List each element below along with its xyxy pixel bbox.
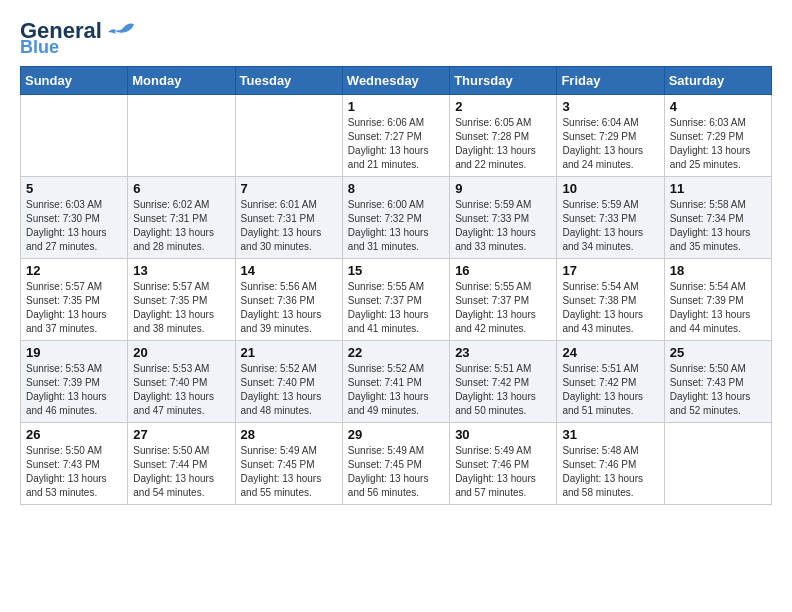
calendar-cell: 21Sunrise: 5:52 AM Sunset: 7:40 PM Dayli… — [235, 341, 342, 423]
day-info: Sunrise: 6:04 AM Sunset: 7:29 PM Dayligh… — [562, 116, 658, 172]
day-info: Sunrise: 5:50 AM Sunset: 7:44 PM Dayligh… — [133, 444, 229, 500]
day-number: 23 — [455, 345, 551, 360]
calendar-cell: 16Sunrise: 5:55 AM Sunset: 7:37 PM Dayli… — [450, 259, 557, 341]
day-info: Sunrise: 5:49 AM Sunset: 7:45 PM Dayligh… — [241, 444, 337, 500]
day-info: Sunrise: 5:59 AM Sunset: 7:33 PM Dayligh… — [562, 198, 658, 254]
calendar-cell: 6Sunrise: 6:02 AM Sunset: 7:31 PM Daylig… — [128, 177, 235, 259]
calendar-week-row: 5Sunrise: 6:03 AM Sunset: 7:30 PM Daylig… — [21, 177, 772, 259]
day-info: Sunrise: 5:57 AM Sunset: 7:35 PM Dayligh… — [26, 280, 122, 336]
calendar-week-row: 1Sunrise: 6:06 AM Sunset: 7:27 PM Daylig… — [21, 95, 772, 177]
day-number: 11 — [670, 181, 766, 196]
day-number: 19 — [26, 345, 122, 360]
day-number: 1 — [348, 99, 444, 114]
calendar-cell: 26Sunrise: 5:50 AM Sunset: 7:43 PM Dayli… — [21, 423, 128, 505]
day-info: Sunrise: 5:56 AM Sunset: 7:36 PM Dayligh… — [241, 280, 337, 336]
calendar-week-row: 26Sunrise: 5:50 AM Sunset: 7:43 PM Dayli… — [21, 423, 772, 505]
weekday-header-thursday: Thursday — [450, 67, 557, 95]
day-number: 10 — [562, 181, 658, 196]
day-info: Sunrise: 5:50 AM Sunset: 7:43 PM Dayligh… — [670, 362, 766, 418]
calendar-cell: 5Sunrise: 6:03 AM Sunset: 7:30 PM Daylig… — [21, 177, 128, 259]
day-number: 22 — [348, 345, 444, 360]
day-info: Sunrise: 5:48 AM Sunset: 7:46 PM Dayligh… — [562, 444, 658, 500]
weekday-header-saturday: Saturday — [664, 67, 771, 95]
weekday-header-sunday: Sunday — [21, 67, 128, 95]
day-info: Sunrise: 5:53 AM Sunset: 7:39 PM Dayligh… — [26, 362, 122, 418]
calendar-cell — [128, 95, 235, 177]
calendar-cell: 20Sunrise: 5:53 AM Sunset: 7:40 PM Dayli… — [128, 341, 235, 423]
day-number: 17 — [562, 263, 658, 278]
calendar-cell: 23Sunrise: 5:51 AM Sunset: 7:42 PM Dayli… — [450, 341, 557, 423]
calendar-cell: 8Sunrise: 6:00 AM Sunset: 7:32 PM Daylig… — [342, 177, 449, 259]
day-info: Sunrise: 5:57 AM Sunset: 7:35 PM Dayligh… — [133, 280, 229, 336]
day-number: 31 — [562, 427, 658, 442]
day-number: 29 — [348, 427, 444, 442]
day-number: 7 — [241, 181, 337, 196]
logo-bird-icon — [106, 22, 136, 40]
day-number: 26 — [26, 427, 122, 442]
weekday-header-wednesday: Wednesday — [342, 67, 449, 95]
day-number: 4 — [670, 99, 766, 114]
day-info: Sunrise: 6:03 AM Sunset: 7:30 PM Dayligh… — [26, 198, 122, 254]
calendar-cell — [664, 423, 771, 505]
calendar-cell: 11Sunrise: 5:58 AM Sunset: 7:34 PM Dayli… — [664, 177, 771, 259]
calendar-cell: 12Sunrise: 5:57 AM Sunset: 7:35 PM Dayli… — [21, 259, 128, 341]
calendar-cell: 31Sunrise: 5:48 AM Sunset: 7:46 PM Dayli… — [557, 423, 664, 505]
logo-blue-text: Blue — [20, 38, 59, 56]
day-number: 14 — [241, 263, 337, 278]
calendar-cell: 9Sunrise: 5:59 AM Sunset: 7:33 PM Daylig… — [450, 177, 557, 259]
calendar-cell: 27Sunrise: 5:50 AM Sunset: 7:44 PM Dayli… — [128, 423, 235, 505]
calendar-table: SundayMondayTuesdayWednesdayThursdayFrid… — [20, 66, 772, 505]
calendar-cell: 4Sunrise: 6:03 AM Sunset: 7:29 PM Daylig… — [664, 95, 771, 177]
calendar-cell: 3Sunrise: 6:04 AM Sunset: 7:29 PM Daylig… — [557, 95, 664, 177]
day-number: 2 — [455, 99, 551, 114]
day-number: 8 — [348, 181, 444, 196]
logo: General Blue — [20, 20, 136, 56]
calendar-cell: 1Sunrise: 6:06 AM Sunset: 7:27 PM Daylig… — [342, 95, 449, 177]
day-info: Sunrise: 5:55 AM Sunset: 7:37 PM Dayligh… — [455, 280, 551, 336]
weekday-header-tuesday: Tuesday — [235, 67, 342, 95]
day-number: 12 — [26, 263, 122, 278]
day-number: 5 — [26, 181, 122, 196]
day-number: 18 — [670, 263, 766, 278]
day-info: Sunrise: 6:05 AM Sunset: 7:28 PM Dayligh… — [455, 116, 551, 172]
calendar-week-row: 19Sunrise: 5:53 AM Sunset: 7:39 PM Dayli… — [21, 341, 772, 423]
day-info: Sunrise: 5:54 AM Sunset: 7:38 PM Dayligh… — [562, 280, 658, 336]
calendar-cell: 25Sunrise: 5:50 AM Sunset: 7:43 PM Dayli… — [664, 341, 771, 423]
calendar-cell: 24Sunrise: 5:51 AM Sunset: 7:42 PM Dayli… — [557, 341, 664, 423]
calendar-cell: 30Sunrise: 5:49 AM Sunset: 7:46 PM Dayli… — [450, 423, 557, 505]
weekday-header-monday: Monday — [128, 67, 235, 95]
day-number: 30 — [455, 427, 551, 442]
day-info: Sunrise: 5:51 AM Sunset: 7:42 PM Dayligh… — [562, 362, 658, 418]
day-number: 25 — [670, 345, 766, 360]
calendar-cell: 18Sunrise: 5:54 AM Sunset: 7:39 PM Dayli… — [664, 259, 771, 341]
calendar-cell: 7Sunrise: 6:01 AM Sunset: 7:31 PM Daylig… — [235, 177, 342, 259]
calendar-cell — [235, 95, 342, 177]
day-number: 24 — [562, 345, 658, 360]
weekday-header-friday: Friday — [557, 67, 664, 95]
day-number: 16 — [455, 263, 551, 278]
calendar-cell: 15Sunrise: 5:55 AM Sunset: 7:37 PM Dayli… — [342, 259, 449, 341]
calendar-cell: 28Sunrise: 5:49 AM Sunset: 7:45 PM Dayli… — [235, 423, 342, 505]
day-info: Sunrise: 5:53 AM Sunset: 7:40 PM Dayligh… — [133, 362, 229, 418]
day-number: 28 — [241, 427, 337, 442]
weekday-header-row: SundayMondayTuesdayWednesdayThursdayFrid… — [21, 67, 772, 95]
calendar-cell: 19Sunrise: 5:53 AM Sunset: 7:39 PM Dayli… — [21, 341, 128, 423]
day-info: Sunrise: 5:50 AM Sunset: 7:43 PM Dayligh… — [26, 444, 122, 500]
calendar-cell: 22Sunrise: 5:52 AM Sunset: 7:41 PM Dayli… — [342, 341, 449, 423]
day-info: Sunrise: 5:52 AM Sunset: 7:41 PM Dayligh… — [348, 362, 444, 418]
day-number: 20 — [133, 345, 229, 360]
day-number: 27 — [133, 427, 229, 442]
page-header: General Blue — [20, 20, 772, 56]
day-info: Sunrise: 5:54 AM Sunset: 7:39 PM Dayligh… — [670, 280, 766, 336]
calendar-cell: 10Sunrise: 5:59 AM Sunset: 7:33 PM Dayli… — [557, 177, 664, 259]
day-number: 21 — [241, 345, 337, 360]
day-number: 13 — [133, 263, 229, 278]
day-info: Sunrise: 6:01 AM Sunset: 7:31 PM Dayligh… — [241, 198, 337, 254]
calendar-cell: 14Sunrise: 5:56 AM Sunset: 7:36 PM Dayli… — [235, 259, 342, 341]
calendar-cell — [21, 95, 128, 177]
calendar-week-row: 12Sunrise: 5:57 AM Sunset: 7:35 PM Dayli… — [21, 259, 772, 341]
day-info: Sunrise: 6:03 AM Sunset: 7:29 PM Dayligh… — [670, 116, 766, 172]
calendar-cell: 2Sunrise: 6:05 AM Sunset: 7:28 PM Daylig… — [450, 95, 557, 177]
day-number: 6 — [133, 181, 229, 196]
day-info: Sunrise: 5:49 AM Sunset: 7:45 PM Dayligh… — [348, 444, 444, 500]
